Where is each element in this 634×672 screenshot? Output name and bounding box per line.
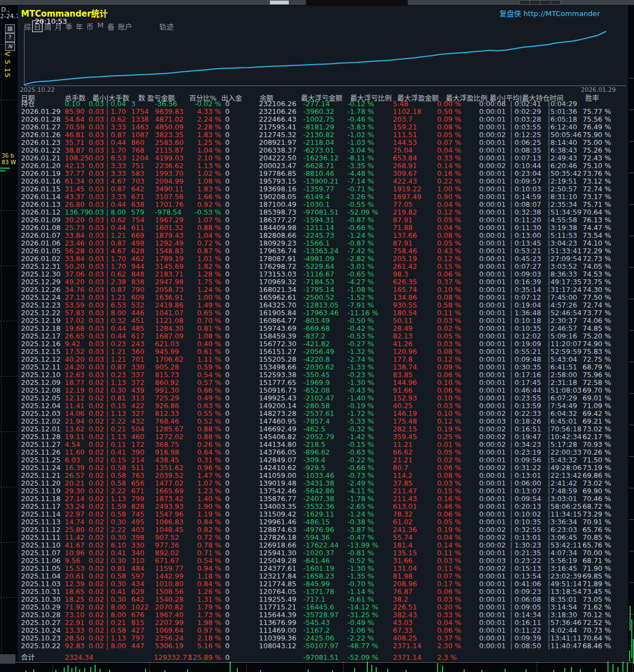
menu-item-1[interactable]: 综 (24, 21, 31, 32)
cell: 0.88 % (183, 224, 221, 232)
cell: 150916.73 (259, 387, 297, 394)
cell: | (510, 263, 512, 270)
cell: 0.03 | 1.21 (89, 348, 126, 356)
cell: 14.06 (65, 410, 85, 418)
table-row: 2025.11.1111.420.02 | 0.30398907.520.72 … (18, 534, 628, 541)
cell: 135.15 (393, 549, 417, 557)
cell: | (548, 588, 550, 596)
cell: | (510, 201, 512, 209)
cell: | (510, 410, 512, 418)
background-symbol-fragment: 83 W (2, 159, 16, 165)
cell: 0 (225, 108, 230, 116)
cell: 23:02:39 (550, 572, 581, 580)
cell: 125.89 % (183, 654, 221, 661)
cell: 0 (225, 216, 230, 224)
cell: | (510, 642, 512, 650)
cell: 0.65 % (183, 309, 221, 317)
cell: | (510, 634, 512, 642)
cell: 131509.42 (259, 510, 297, 518)
grid-line (53, 661, 53, 672)
cell: 0:41:06 (515, 580, 541, 588)
cell: 73.54 % (583, 232, 611, 239)
menu-item-8[interactable]: M (97, 21, 103, 29)
cell: -14.12 % (347, 603, 378, 611)
cell: 0.03 | 8.00 (89, 309, 126, 317)
table-row: 持仓0.100.03 | 0.043-36.56-0.02 %0232106.2… (18, 100, 628, 108)
cell: 159743.69 (259, 325, 297, 332)
n-tool-icon[interactable]: N (5, 42, 15, 51)
table-row: 2025.12.0221.940.02 | 2.22432768.460.52 … (18, 418, 628, 425)
cell: 2026.01.13 (21, 201, 61, 209)
cell: 0.08 % (437, 232, 461, 239)
cell: 0.96 % (183, 464, 221, 472)
cell: 0 (225, 642, 230, 650)
cell: 3 (131, 100, 136, 108)
tick-bar (354, 668, 355, 672)
cell: 0:00:01 (479, 487, 506, 495)
cell: 1.01 % (183, 255, 221, 263)
cell: -0.71 % (347, 185, 374, 193)
cell: | (510, 340, 512, 348)
cell: 0 (225, 418, 230, 425)
cell: 180929.23 (259, 239, 297, 247)
cell: 0.03 % (437, 596, 461, 603)
cell: 2026.01.16 (21, 178, 61, 185)
tick-bar (71, 668, 72, 672)
cell: | (548, 255, 550, 263)
cell: 0:07:12 (515, 294, 541, 301)
cell: -0.87 % (347, 216, 374, 224)
cell: 12.19 (65, 387, 85, 394)
menu-item-7[interactable]: 币 (86, 21, 93, 32)
cell: 2.24 % (183, 116, 221, 123)
cell: 9639.83 (155, 108, 184, 116)
cell: -0.73 % (347, 472, 374, 480)
help-icon[interactable]: ? (5, 33, 15, 42)
cell: 0 (225, 123, 230, 131)
cell: -309.4 (303, 456, 325, 464)
menu-item-9[interactable]: 备 (107, 21, 115, 32)
cell: 4199.03 (155, 154, 184, 162)
menu-item-10[interactable]: 账户 (118, 21, 132, 32)
cell: 613.01 (393, 503, 417, 510)
cell: 0.02 | 1.13 (89, 495, 126, 503)
stats-window[interactable]: MTCommander统计 复盘侠 http://MTCommander 20:… (18, 6, 628, 661)
cell: -641.46 (303, 557, 330, 565)
cell: 0 (225, 356, 230, 363)
cell: | (548, 270, 550, 278)
cell: 4850.09 (155, 123, 184, 131)
cell: 0:00:01 (479, 549, 506, 557)
menu-item-6[interactable]: 年 (76, 21, 83, 32)
cell: 0:08:07 (515, 201, 541, 209)
cell: -1167.2 (303, 627, 330, 634)
cell: 2:50:57 (550, 185, 577, 193)
cell: -1.30 % (347, 565, 374, 572)
menu-item-11[interactable]: 轨迹 (159, 21, 174, 32)
camera-icon[interactable]: ▨ (5, 24, 15, 33)
cell: | (548, 464, 550, 472)
cell: | (548, 108, 550, 116)
tick-bar (406, 670, 407, 672)
cell: | (510, 596, 512, 603)
cell: 0 (225, 456, 230, 464)
cell: 2.28 % (183, 123, 221, 131)
cell: 2025.11.27 (21, 441, 61, 449)
tick-bar (464, 669, 465, 672)
cell: -1030.1 (303, 201, 330, 209)
cell: 80.7 (393, 464, 408, 472)
cell: 205.19 (393, 255, 417, 263)
cell: 74.85 % (583, 325, 611, 332)
cell: -1359.77 (303, 185, 334, 193)
cell: 0:00:01 (479, 317, 506, 325)
tick-bar (84, 668, 85, 672)
cell: 768.46 (155, 418, 179, 425)
tick-bar (571, 667, 572, 672)
website-link[interactable]: 复盘侠 http://MTCommander (500, 8, 628, 18)
cell: 1:30:23 (515, 541, 541, 549)
cell: 2026.01.07 (21, 232, 61, 239)
cell: | (510, 123, 512, 131)
cell: 13.33 (65, 627, 85, 634)
grid-dash (0, 597, 17, 598)
tick-bar (442, 666, 443, 672)
cell: | (548, 596, 550, 603)
table-row: 2025.10.2328.500.02 | 1.137972356.242.18… (18, 634, 628, 642)
